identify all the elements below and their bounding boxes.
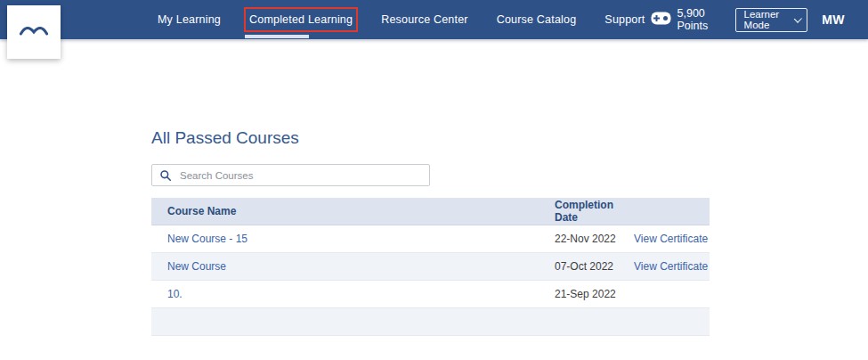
- nav-item-completed-learning[interactable]: Completed Learning: [244, 7, 358, 32]
- view-certificate-link[interactable]: View Certificate: [634, 260, 710, 273]
- chevron-down-icon: [793, 14, 801, 22]
- nav-item-my-learning[interactable]: My Learning: [152, 7, 226, 32]
- search-input[interactable]: [180, 170, 422, 181]
- course-name-link[interactable]: 10.: [167, 288, 555, 300]
- passed-courses-table: Course Name Completion Date New Course -…: [151, 198, 710, 336]
- table-row: 10. 21-Sep 2022: [151, 281, 710, 308]
- nav-item-support[interactable]: Support: [599, 7, 650, 32]
- column-header-completion-date: Completion Date: [555, 199, 634, 224]
- completion-date: 07-Oct 2022: [555, 260, 634, 273]
- course-name-link[interactable]: New Course - 15: [167, 233, 555, 245]
- table-row-empty: [151, 308, 710, 336]
- search-icon: [159, 169, 172, 182]
- brand-logo[interactable]: [7, 5, 61, 59]
- column-header-course-name: Course Name: [167, 205, 555, 217]
- table-header-row: Course Name Completion Date: [151, 198, 710, 225]
- top-navbar: My Learning Completed Learning Resource …: [0, 0, 868, 39]
- view-certificate-link[interactable]: View Certificate: [634, 233, 710, 245]
- user-avatar-initials[interactable]: MW: [822, 12, 845, 27]
- main-content: All Passed Courses Course Name Completio…: [0, 39, 868, 336]
- table-row: New Course 07-Oct 2022 View Certificate: [151, 253, 710, 281]
- learner-mode-select[interactable]: Learner Mode: [735, 8, 808, 32]
- gamepad-icon: [651, 12, 671, 29]
- main-navigation: My Learning Completed Learning Resource …: [152, 7, 651, 32]
- table-row: New Course - 15 22-Nov 2022 View Certifi…: [151, 225, 710, 253]
- page-title: All Passed Courses: [151, 128, 868, 148]
- completion-date: 21-Sep 2022: [555, 288, 634, 300]
- nav-item-resource-center[interactable]: Resource Center: [376, 7, 474, 32]
- points-indicator: 5,900 Points: [651, 7, 725, 32]
- active-tab-underline: [245, 35, 309, 38]
- points-label: 5,900 Points: [677, 7, 725, 32]
- navbar-right-group: 5,900 Points Learner Mode MW: [651, 7, 868, 32]
- course-search-box: [151, 164, 430, 186]
- completion-date: 22-Nov 2022: [555, 233, 634, 245]
- nav-item-course-catalog[interactable]: Course Catalog: [491, 7, 582, 32]
- bird-logo-icon: [16, 16, 52, 48]
- course-name-link[interactable]: New Course: [167, 260, 555, 273]
- learner-mode-value: Learner Mode: [744, 9, 794, 30]
- nav-item-label: Completed Learning: [249, 13, 353, 26]
